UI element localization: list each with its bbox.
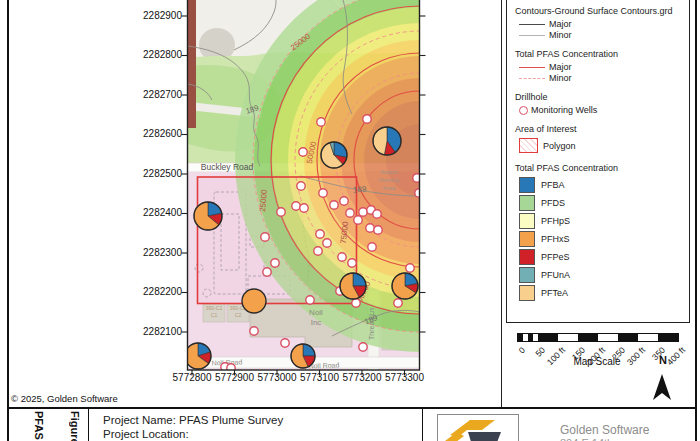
legend-section: Total PFAS ConcentrationPFBAPFDSPFHpSPFH… [515, 163, 689, 301]
monitoring-well[interactable] [340, 197, 348, 205]
legend-item[interactable]: Monitoring Wells [519, 105, 689, 115]
legend-section: DrillholeMonitoring Wells [515, 92, 689, 115]
project-info: Project Name: PFAS Plume Survey Project … [103, 413, 283, 441]
monitoring-well[interactable] [359, 208, 367, 216]
concentration-pie-chart[interactable] [242, 289, 266, 313]
concentration-pie-chart[interactable] [185, 343, 211, 369]
monitoring-well[interactable] [366, 224, 374, 232]
monitoring-well[interactable] [314, 247, 322, 255]
legend-item[interactable]: PFHpS [519, 212, 689, 229]
concentration-pie-chart[interactable] [194, 202, 222, 230]
monitoring-well[interactable] [346, 209, 354, 217]
legend-section: Area of InterestPolygon [515, 124, 689, 154]
monitoring-well[interactable] [368, 243, 376, 251]
monitoring-well[interactable] [277, 208, 285, 216]
legend-item[interactable]: PFHxS [519, 230, 689, 247]
legend-section-title: Contours-Ground Surface Contours.grd [515, 6, 689, 16]
title-block-top-border [7, 407, 697, 409]
legend-item-label: Minor [549, 30, 572, 40]
monitoring-well[interactable] [292, 202, 300, 210]
monitoring-well[interactable] [406, 264, 414, 272]
legend-item-label: PFHxS [541, 234, 570, 244]
title-block-header-pfas: PFAS [33, 411, 45, 441]
monitoring-well[interactable] [281, 339, 289, 347]
monitoring-well[interactable] [374, 226, 382, 234]
map-label: Area [383, 185, 396, 191]
monitoring-well[interactable] [373, 210, 381, 218]
legend-item-label: PFTeA [541, 288, 568, 298]
legend-item-label: PFBA [541, 180, 565, 190]
y-axis-tick-label: 2282900 [104, 10, 182, 21]
legend-item[interactable]: PFDS [519, 194, 689, 211]
concentration-pie-chart[interactable] [321, 142, 347, 168]
monitoring-well[interactable] [299, 148, 307, 156]
color-swatch-icon [519, 195, 535, 211]
monitoring-well[interactable] [306, 296, 314, 304]
legend-box[interactable]: Contours-Ground Surface Contours.grdMajo… [506, 0, 690, 323]
y-axis-tick-label: 2282300 [104, 247, 182, 258]
monitoring-well[interactable] [354, 216, 362, 224]
project-location-line: Project Location: [103, 427, 283, 441]
monitoring-well[interactable] [317, 118, 325, 126]
map-label: Inc [311, 318, 322, 327]
legend-item[interactable]: Minor [519, 30, 689, 40]
concentration-pie-chart[interactable] [340, 273, 366, 299]
x-axis-tick-label: 5773300 [375, 372, 435, 383]
legend-item[interactable]: Major [519, 62, 689, 72]
concentration-pie-chart[interactable] [373, 127, 401, 155]
legend-item[interactable]: PFBA [519, 176, 689, 193]
monitoring-well[interactable] [323, 239, 331, 247]
monitoring-well[interactable] [261, 233, 269, 241]
legend-section-title: Total PFAS Concentration [515, 163, 689, 173]
well-symbol-icon [519, 106, 528, 115]
title-block-divider [422, 408, 423, 441]
monitoring-well[interactable] [300, 204, 308, 212]
line-sample-icon [519, 35, 545, 36]
legend-item[interactable]: Minor [519, 73, 689, 83]
monitoring-well[interactable] [271, 259, 279, 267]
monitoring-well[interactable] [250, 327, 258, 335]
copyright-text: © 2025, Golden Software [11, 393, 118, 404]
golden-software-logo [437, 414, 519, 441]
y-axis-tick-label: 2282500 [104, 168, 182, 179]
legend-item[interactable]: PFUnA [519, 266, 689, 283]
legend-item[interactable]: PFTeA [519, 284, 689, 301]
map-label: C2 [235, 312, 242, 318]
monitoring-well[interactable] [394, 299, 402, 307]
monitoring-well[interactable] [338, 253, 346, 261]
legend-item[interactable]: Major [519, 19, 689, 29]
concentration-pie-chart[interactable] [392, 273, 418, 299]
map-label: Airport [380, 169, 398, 175]
polygon-swatch-icon [519, 138, 538, 153]
monitoring-well[interactable] [297, 182, 305, 190]
monitoring-well[interactable] [363, 115, 371, 123]
monitoring-well[interactable] [319, 189, 327, 197]
legend-section-title: Total PFAS Concentration [515, 49, 689, 59]
legend-item-label: PFHpS [541, 216, 570, 226]
surfer-plot-page: 2500025000500007500050000189189189Buckle… [0, 0, 700, 441]
area-of-interest-polygon[interactable] [198, 177, 357, 304]
y-axis-tick-label: 2282600 [104, 128, 182, 139]
monitoring-well[interactable] [330, 201, 338, 209]
monitoring-well[interactable] [316, 230, 324, 238]
monitoring-well[interactable] [227, 364, 235, 372]
north-arrow-icon [653, 374, 671, 400]
title-block-divider [88, 408, 89, 441]
scale-bar-segment [618, 334, 638, 341]
legend-section-title: Drillhole [515, 92, 689, 102]
monitoring-well[interactable] [359, 343, 367, 351]
monitoring-well[interactable] [263, 268, 271, 276]
legend-item[interactable]: PFPeS [519, 248, 689, 265]
y-axis-tick-label: 2282800 [104, 49, 182, 60]
monitoring-well[interactable] [348, 259, 356, 267]
legend-item-label: PFUnA [541, 270, 570, 280]
line-sample-icon [519, 24, 545, 25]
color-swatch-icon [519, 231, 535, 247]
project-name-line: Project Name: PFAS Plume Survey [103, 413, 283, 427]
legend-item[interactable]: Polygon [519, 137, 689, 154]
monitoring-well[interactable] [352, 299, 360, 307]
color-swatch-icon [519, 267, 535, 283]
color-swatch-icon [519, 177, 535, 193]
concentration-pie-chart[interactable] [291, 344, 315, 368]
scale-bar-segment [638, 334, 658, 341]
